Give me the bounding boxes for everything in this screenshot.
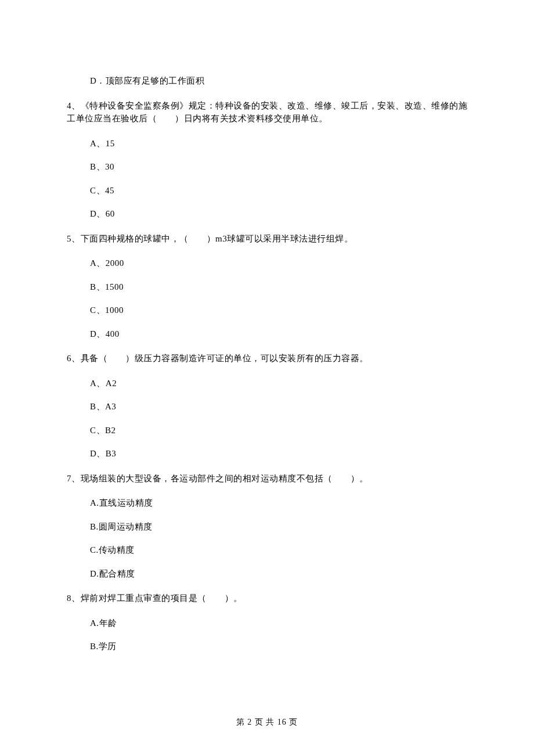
q6-text: 6、具备（ ）级压力容器制造许可证的单位，可以安装所有的压力容器。	[67, 352, 467, 365]
q4-option-a: A、15	[90, 137, 467, 150]
q4-option-d: D、60	[90, 207, 467, 221]
q7-text: 7、现场组装的大型设备，各运动部件之间的相对运动精度不包括（ ）。	[67, 472, 467, 485]
q7-option-d: D.配合精度	[90, 567, 467, 581]
q8-option-a: A.年龄	[90, 617, 467, 630]
page-footer: 第 2 页 共 16 页	[0, 716, 534, 728]
q7-option-a: A.直线运动精度	[90, 496, 467, 510]
q6-option-d: D、B3	[90, 447, 467, 460]
q4-option-c: C、45	[90, 184, 467, 197]
q4-option-b: B、30	[90, 160, 467, 174]
q8-option-b: B.学历	[90, 640, 467, 653]
q6-option-b: B、A3	[90, 400, 467, 413]
q7-option-b: B.圆周运动精度	[90, 520, 467, 534]
q6-option-c: C、B2	[90, 424, 467, 437]
page-content: D．顶部应有足够的工作面积 4、《特种设备安全监察条例》规定：特种设备的安装、改…	[0, 0, 534, 653]
q6-option-a: A、A2	[90, 377, 467, 390]
q7-option-c: C.传动精度	[90, 543, 467, 557]
q3-option-d: D．顶部应有足够的工作面积	[90, 74, 467, 88]
q8-text: 8、焊前对焊工重点审查的项目是（ ）。	[67, 592, 467, 605]
q5-option-c: C、1000	[90, 304, 467, 317]
q5-option-b: B、1500	[90, 280, 467, 294]
q5-text: 5、下面四种规格的球罐中，（ ）m3球罐可以采用半球法进行组焊。	[67, 232, 467, 246]
q5-option-d: D、400	[90, 327, 467, 341]
q5-option-a: A、2000	[90, 257, 467, 270]
q4-text: 4、《特种设备安全监察条例》规定：特种设备的安装、改造、维修、竣工后，安装、改造…	[67, 99, 467, 125]
